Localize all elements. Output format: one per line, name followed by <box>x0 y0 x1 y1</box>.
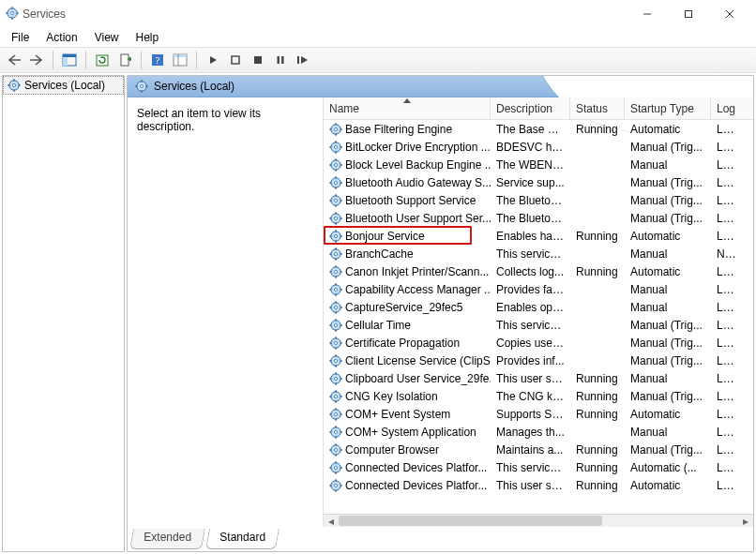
cell-name: Capability Access Manager ... <box>324 283 491 296</box>
service-name-text: Canon Inkjet Printer/Scann... <box>345 265 489 278</box>
horizontal-scrollbar[interactable]: ◂ ▸ <box>324 514 753 527</box>
service-name-text: Bluetooth User Support Ser... <box>345 212 491 225</box>
scroll-right-button[interactable]: ▸ <box>738 515 753 527</box>
gear-icon <box>329 283 342 296</box>
service-row[interactable]: Capability Access Manager ...Provides fa… <box>324 280 753 298</box>
menu-file[interactable]: File <box>4 29 37 46</box>
service-row[interactable]: BitLocker Drive Encryption ...BDESVC hos… <box>324 138 753 156</box>
service-row[interactable]: COM+ System ApplicationManages th...Manu… <box>324 423 753 441</box>
close-button[interactable] <box>709 0 750 28</box>
cell-startup: Automatic <box>625 265 711 278</box>
cell-name: Connected Devices Platfor... <box>324 461 491 474</box>
cell-name: Connected Devices Platfor... <box>324 479 491 492</box>
service-row[interactable]: Certificate PropagationCopies user ...Ma… <box>324 334 753 352</box>
cell-name: Bluetooth User Support Ser... <box>324 212 491 225</box>
tab-extended[interactable]: Extended <box>129 529 205 549</box>
service-row[interactable]: Bonjour ServiceEnables har...RunningAuto… <box>324 227 753 245</box>
cell-startup: Manual <box>625 247 711 261</box>
scroll-left-button[interactable]: ◂ <box>324 515 339 527</box>
service-name-text: Certificate Propagation <box>345 337 460 350</box>
export-list-button[interactable] <box>114 50 135 70</box>
pane-title: Services (Local) <box>154 80 234 93</box>
service-row[interactable]: CaptureService_29fec5Enables opti...Manu… <box>324 298 753 316</box>
service-row[interactable]: Connected Devices Platfor...This service… <box>324 458 753 476</box>
gear-icon <box>329 194 342 207</box>
cell-logon: Loc <box>711 301 739 314</box>
svg-rect-23 <box>281 56 283 64</box>
column-header-status[interactable]: Status <box>570 97 625 119</box>
back-button[interactable] <box>4 50 24 70</box>
column-header-name-label: Name <box>329 102 359 115</box>
cell-status: Running <box>570 390 625 403</box>
service-row[interactable]: Bluetooth User Support Ser...The Bluetoo… <box>324 209 753 227</box>
scroll-thumb[interactable] <box>339 516 602 526</box>
service-row[interactable]: BranchCacheThis service ...ManualNet <box>324 245 753 262</box>
minimize-button[interactable] <box>627 0 668 28</box>
service-name-text: Computer Browser <box>345 443 439 457</box>
service-name-text: COM+ Event System <box>345 408 450 421</box>
cell-description: Collects log... <box>491 265 570 278</box>
service-row[interactable]: Client License Service (ClipS...Provides… <box>324 352 753 369</box>
gear-icon <box>329 479 342 492</box>
stop-service-button[interactable] <box>225 50 246 70</box>
properties-button[interactable] <box>170 50 190 70</box>
restart-service-button[interactable] <box>293 50 313 70</box>
cell-description: Provides fac... <box>491 283 570 296</box>
cell-description: Manages th... <box>491 426 570 439</box>
column-header-startup[interactable]: Startup Type <box>625 97 711 119</box>
service-row[interactable]: COM+ Event SystemSupports Sy...RunningAu… <box>324 405 753 423</box>
service-row[interactable]: Base Filtering EngineThe Base Fil...Runn… <box>324 120 753 138</box>
cell-logon: Loc <box>711 337 739 350</box>
cell-name: BranchCache <box>324 247 491 261</box>
gear-icon <box>329 265 342 278</box>
service-row[interactable]: Block Level Backup Engine ...The WBENG..… <box>324 156 753 173</box>
cell-name: COM+ System Application <box>324 426 491 439</box>
service-row[interactable]: CNG Key IsolationThe CNG ke...RunningMan… <box>324 387 753 405</box>
service-row[interactable]: Bluetooth Support ServiceThe Bluetoo...M… <box>324 191 753 209</box>
list-body[interactable]: Base Filtering EngineThe Base Fil...Runn… <box>324 120 753 514</box>
cell-description: The Bluetoo... <box>491 194 570 207</box>
cell-logon: Loc <box>711 230 739 243</box>
cell-description: The CNG ke... <box>491 390 570 403</box>
service-name-text: CaptureService_29fec5 <box>345 301 462 314</box>
service-row[interactable]: Cellular TimeThis service ...Manual (Tri… <box>324 316 753 334</box>
menu-action[interactable]: Action <box>38 29 84 46</box>
menu-view[interactable]: View <box>87 29 127 46</box>
service-row[interactable]: Canon Inkjet Printer/Scann...Collects lo… <box>324 262 753 280</box>
cell-description: The Bluetoo... <box>491 212 570 225</box>
service-row[interactable]: Bluetooth Audio Gateway S...Service sup.… <box>324 173 753 191</box>
column-header-description[interactable]: Description <box>491 97 570 119</box>
tab-standard[interactable]: Standard <box>205 529 280 549</box>
column-header-logon[interactable]: Log <box>711 97 739 119</box>
cell-description: Enables har... <box>491 230 570 243</box>
forward-button[interactable] <box>26 50 47 70</box>
service-row[interactable]: Clipboard User Service_29fe...This user … <box>324 369 753 387</box>
cell-startup: Automatic <box>625 408 711 421</box>
service-name-text: Clipboard User Service_29fe... <box>345 372 491 385</box>
maximize-button[interactable] <box>668 0 709 28</box>
help-button[interactable]: ? <box>147 50 168 70</box>
service-row[interactable]: Connected Devices Platfor...This user se… <box>324 476 753 494</box>
gear-icon <box>329 230 342 243</box>
cell-description: This service ... <box>491 319 570 332</box>
show-hide-tree-button[interactable] <box>59 50 80 70</box>
scroll-track[interactable] <box>339 515 738 527</box>
cell-description: The Base Fil... <box>491 123 570 136</box>
service-row[interactable]: Computer BrowserMaintains a...RunningMan… <box>324 441 753 458</box>
start-service-button[interactable] <box>203 50 223 70</box>
refresh-button[interactable] <box>92 50 113 70</box>
menu-help[interactable]: Help <box>129 29 167 46</box>
column-header-name[interactable]: Name <box>324 97 491 119</box>
service-name-text: Block Level Backup Engine ... <box>345 158 491 172</box>
pause-service-button[interactable] <box>270 50 291 70</box>
stop-service-filled-button[interactable] <box>248 50 268 70</box>
description-panel: Select an item to view its description. <box>128 97 323 527</box>
cell-startup: Automatic <box>625 479 711 492</box>
cell-status: Running <box>570 372 625 385</box>
cell-startup: Manual <box>625 372 711 385</box>
sort-asc-icon <box>403 98 411 103</box>
cell-startup: Manual (Trig... <box>625 337 711 350</box>
tree-root-services-local[interactable]: Services (Local) <box>3 76 124 95</box>
cell-startup: Manual (Trig... <box>625 354 711 367</box>
tab-extended-label: Extended <box>144 531 191 544</box>
